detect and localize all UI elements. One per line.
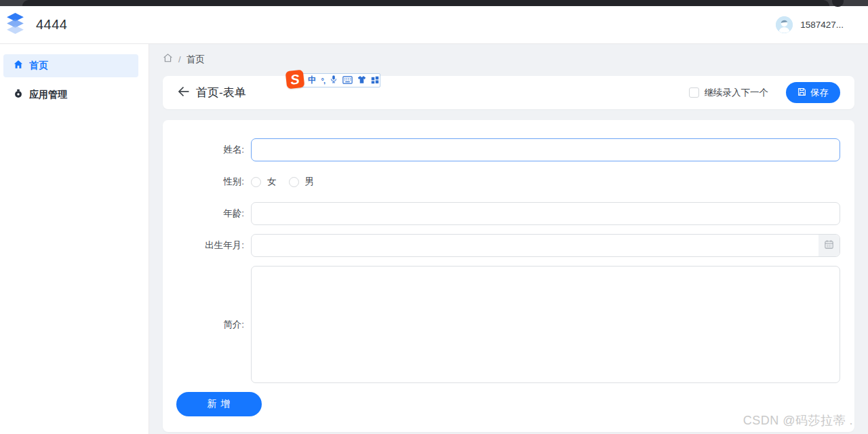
toolbox-icon[interactable] bbox=[371, 75, 379, 87]
content-area: / 首页 首页-表单 继续录入下一个 bbox=[149, 44, 868, 434]
user-avatar[interactable] bbox=[776, 16, 793, 33]
save-button[interactable]: 保存 bbox=[786, 82, 840, 103]
breadcrumb: / 首页 bbox=[163, 53, 205, 66]
gender-label: 性别: bbox=[176, 176, 251, 188]
app-title: 4444 bbox=[36, 17, 68, 33]
app-logo[interactable] bbox=[5, 13, 25, 37]
form-card: 姓名: 性别: 女 男 年龄: bbox=[163, 120, 854, 432]
ime-chinese-mode-icon[interactable]: 中 bbox=[308, 75, 317, 86]
header-user-area[interactable]: 1587427... bbox=[776, 16, 844, 33]
microphone-icon[interactable] bbox=[330, 75, 338, 87]
form-row-gender: 性别: 女 男 bbox=[176, 170, 840, 193]
app-header: 4444 1587427... bbox=[0, 6, 868, 44]
layers-logo-icon bbox=[5, 13, 25, 37]
birthdate-calendar-button[interactable] bbox=[818, 235, 840, 256]
name-label: 姓名: bbox=[176, 144, 251, 156]
watermark-text: CSDN @码莎拉蒂 . bbox=[743, 412, 853, 429]
sidebar-item-home[interactable]: 首页 bbox=[3, 54, 138, 77]
browser-titlebar bbox=[0, 0, 868, 6]
form-header-card: 首页-表单 继续录入下一个 保存 bbox=[163, 76, 854, 109]
birthdate-label: 出生年月: bbox=[176, 239, 251, 252]
form-row-name: 姓名: bbox=[176, 138, 840, 161]
calendar-icon bbox=[824, 239, 834, 252]
continue-entry-label[interactable]: 继续录入下一个 bbox=[705, 87, 769, 99]
ime-toolbar[interactable]: S 中 °, bbox=[301, 73, 380, 87]
form-row-birthdate: 出生年月: bbox=[176, 234, 840, 257]
app-management-icon bbox=[14, 89, 23, 101]
form-row-age: 年龄: bbox=[176, 202, 840, 225]
age-input[interactable] bbox=[251, 202, 840, 225]
arrow-left-icon bbox=[177, 85, 190, 100]
breadcrumb-current[interactable]: 首页 bbox=[186, 54, 205, 66]
browser-titlebar-notch bbox=[832, 0, 844, 7]
ime-punctuation-icon[interactable]: °, bbox=[321, 77, 325, 85]
browser-tabstrip bbox=[22, 0, 829, 6]
username-text: 1587427... bbox=[800, 20, 844, 30]
intro-label: 简介: bbox=[176, 319, 251, 331]
sidebar-item-label: 首页 bbox=[29, 60, 48, 72]
gender-option-male-label[interactable]: 男 bbox=[305, 176, 315, 188]
gender-option-female-label[interactable]: 女 bbox=[267, 176, 277, 188]
page-root: 4444 1587427... 首页 bbox=[0, 0, 868, 434]
form-row-intro: 简介: bbox=[176, 266, 840, 383]
save-icon bbox=[797, 87, 806, 98]
save-button-label: 保存 bbox=[810, 87, 829, 99]
back-button[interactable] bbox=[177, 85, 190, 100]
ime-logo-icon[interactable]: S bbox=[285, 70, 305, 90]
gender-radio-male[interactable] bbox=[289, 177, 299, 187]
form-title: 首页-表单 bbox=[196, 85, 246, 100]
home-icon bbox=[14, 60, 23, 72]
birthdate-input[interactable] bbox=[251, 234, 840, 257]
sidebar: 首页 应用管理 bbox=[0, 44, 149, 434]
sidebar-item-label: 应用管理 bbox=[29, 89, 67, 101]
continue-entry-checkbox[interactable] bbox=[689, 87, 699, 98]
skin-icon[interactable] bbox=[357, 75, 366, 87]
gender-radio-female[interactable] bbox=[251, 177, 261, 187]
breadcrumb-home-icon[interactable] bbox=[163, 53, 173, 66]
name-input[interactable] bbox=[251, 138, 840, 161]
intro-textarea[interactable] bbox=[251, 266, 840, 383]
keyboard-icon[interactable] bbox=[342, 75, 353, 87]
add-button[interactable]: 新 增 bbox=[176, 392, 262, 416]
sidebar-item-app-management[interactable]: 应用管理 bbox=[3, 83, 138, 106]
breadcrumb-separator: / bbox=[178, 54, 181, 64]
age-label: 年龄: bbox=[176, 208, 251, 220]
